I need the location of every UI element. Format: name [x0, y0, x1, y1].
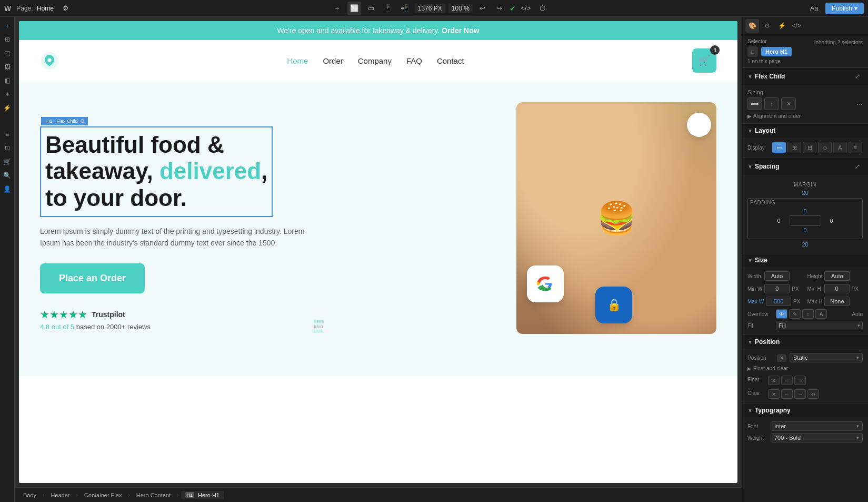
sidebar-style-icon[interactable]: ✦ [2, 88, 13, 100]
sidebar-assets-icon[interactable]: 🖼 [2, 61, 13, 73]
spacing-header[interactable]: ▼ Spacing ⤢ [742, 158, 868, 175]
float-none-icon[interactable]: ✕ [768, 376, 780, 385]
main-area: ＋ ⊞ ◫ 🖼 ◧ ✦ ⚡ ≡ ⊡ 🛒 🔍 👤 We're open and a… [0, 17, 868, 502]
display-inline-btn[interactable]: ◇ [818, 142, 832, 153]
font-select[interactable]: Inter ▾ [771, 421, 863, 431]
pos-select[interactable]: Static ▾ [790, 353, 863, 362]
maxh-input[interactable]: None [824, 297, 850, 306]
spacing-expand-icon[interactable]: ⤢ [852, 161, 863, 172]
selector-square-icon[interactable]: □ [747, 46, 758, 57]
overflow-visible-icon[interactable]: 👁 [776, 309, 787, 319]
display-grid-btn[interactable]: ⊟ [803, 142, 816, 153]
page-settings-icon[interactable]: ⚙ [59, 2, 73, 15]
nav-link-order[interactable]: Order [323, 56, 343, 65]
crumb-hero-content[interactable]: Hero Content [132, 491, 175, 499]
clear-right-icon[interactable]: → [794, 389, 806, 399]
maxw-input[interactable]: 580 [766, 297, 791, 306]
sidebar-cms-icon[interactable]: ◫ [2, 47, 13, 59]
clear-none-icon[interactable]: ✕ [768, 389, 780, 399]
sizing-more-btn[interactable]: ··· [856, 100, 863, 108]
fit-select[interactable]: Fill ▾ [776, 321, 863, 330]
alignment-row[interactable]: ▶ Alignment and order [747, 113, 863, 119]
sidebar-users-icon[interactable]: 👤 [2, 183, 13, 195]
float-clear-row: ▶ Float and clear [747, 366, 863, 371]
panel-custom-code-icon[interactable]: </> [790, 19, 803, 33]
selector-tag[interactable]: Hero H1 [761, 47, 792, 56]
phone-view-icon[interactable]: 📲 [398, 2, 412, 15]
crumb-hero-h1[interactable]: H1 Hero H1 [181, 491, 224, 499]
announcement-cta[interactable]: Order Now [442, 26, 480, 35]
save-status-icon: ✔ [510, 4, 516, 13]
maxw-label: Max W [747, 299, 764, 304]
sidebar-nav-icon[interactable]: ⊡ [2, 142, 13, 154]
undo-icon[interactable]: ↩ [476, 2, 490, 15]
sidebar-ecom-icon[interactable]: 🛒 [2, 156, 13, 168]
nav-link-contact[interactable]: Contact [437, 56, 464, 65]
publish-button[interactable]: Publish ▾ [825, 3, 864, 14]
weight-select[interactable]: 700 - Bold ▾ [771, 433, 863, 442]
height-input[interactable]: Auto [824, 271, 850, 281]
tablet-view-icon[interactable]: ▭ [364, 2, 378, 15]
flex-child-expand-icon[interactable]: ⤢ [852, 71, 863, 82]
display-flex-btn[interactable]: ⊞ [787, 142, 801, 153]
sidebar-layers-icon[interactable]: ≡ [2, 129, 13, 140]
apple-app-icon [687, 113, 711, 137]
sizing-btn-none[interactable]: ✕ [781, 97, 796, 110]
sidebar-search-icon[interactable]: 🔍 [2, 170, 13, 181]
display-label: Display [747, 145, 771, 151]
style-icon[interactable]: Aa [807, 2, 821, 15]
export-icon[interactable]: ⬡ [536, 2, 550, 15]
size-header[interactable]: ▼ Size [742, 253, 868, 267]
float-left-icon[interactable]: ← [781, 376, 793, 385]
mobile-view-icon[interactable]: 📱 [381, 2, 395, 15]
float-clear-label: Float and clear [753, 366, 788, 371]
panel-style-icon[interactable]: 🎨 [745, 19, 759, 33]
size-content: Width Auto Height Auto Min W 0 PX Min H … [742, 267, 868, 335]
padding-row: 0 0 [773, 215, 838, 226]
nav-link-company[interactable]: Company [358, 56, 392, 65]
pos-clear-icon[interactable]: ✕ [780, 355, 784, 361]
sidebar-interactions-icon[interactable]: ⚡ [2, 102, 13, 114]
crumb-header[interactable]: Header [46, 491, 74, 499]
order-button[interactable]: Place an Order [40, 263, 145, 293]
clear-both-icon[interactable]: ⇔ [807, 389, 819, 399]
hero-settings-icon[interactable]: ⚙ [80, 118, 85, 124]
panel-settings-icon[interactable]: ⚙ [760, 19, 774, 33]
crumb-body[interactable]: Body [19, 491, 41, 499]
clear-left-icon[interactable]: ← [781, 389, 793, 399]
nav-link-home[interactable]: Home [287, 56, 308, 65]
layout-header[interactable]: ▼ Layout [742, 124, 868, 137]
sizing-btn-shrink[interactable]: ⟺ [747, 97, 762, 110]
hero-description: Lorem Ipsum is simply dummy text of the … [40, 225, 314, 249]
position-header[interactable]: ▼ Position [742, 335, 868, 349]
minh-input[interactable]: 0 [824, 284, 850, 293]
display-none-btn[interactable]: A [833, 142, 847, 153]
nav-link-faq[interactable]: FAQ [406, 56, 422, 65]
display-inherit-btn[interactable]: ≡ [849, 142, 862, 153]
add-element-icon[interactable]: ＋ [331, 2, 344, 15]
width-input[interactable]: Auto [764, 271, 790, 281]
minw-input[interactable]: 0 [764, 284, 790, 293]
overflow-edit-icon[interactable]: ✎ [789, 309, 801, 319]
desktop-view-icon[interactable]: ⬜ [347, 2, 361, 15]
float-right-icon[interactable]: → [794, 376, 806, 385]
sidebar-add-icon[interactable]: ＋ [2, 20, 13, 32]
sizing-btn-grow[interactable]: ↑ [764, 97, 779, 110]
redo-icon[interactable]: ↪ [493, 2, 506, 15]
display-row: Display ▭ ⊞ ⊟ ◇ A ≡ [747, 142, 863, 153]
overflow-scroll-icon[interactable]: ↕ [802, 309, 814, 319]
sidebar-pages-icon[interactable]: ⊞ [2, 34, 13, 45]
display-block-btn[interactable]: ▭ [772, 142, 786, 153]
nav-cart-icon[interactable]: 🛒 3 [692, 48, 716, 73]
top-bar-center: ＋ ⬜ ▭ 📱 📲 1376 PX 100 % ↩ ↪ ✔ </> ⬡ [331, 2, 550, 15]
sidebar-components-icon[interactable]: ◧ [2, 75, 13, 86]
website-container: We're open and available for takeaway & … [19, 21, 737, 483]
flex-child-header[interactable]: ▼ Flex Child ⤢ [742, 68, 868, 85]
hero-h1-wrapper[interactable]: H1 Flex Child ⚙ Beautiful food & takeawa… [40, 126, 273, 217]
code-view-icon[interactable]: </> [519, 2, 533, 15]
typography-header[interactable]: ▼ Typography [742, 403, 868, 417]
announcement-bar: We're open and available for takeaway & … [19, 21, 737, 40]
overflow-auto-icon[interactable]: A [815, 309, 827, 319]
panel-interactions-icon[interactable]: ⚡ [775, 19, 789, 33]
crumb-container-flex[interactable]: Container Flex [80, 491, 126, 499]
